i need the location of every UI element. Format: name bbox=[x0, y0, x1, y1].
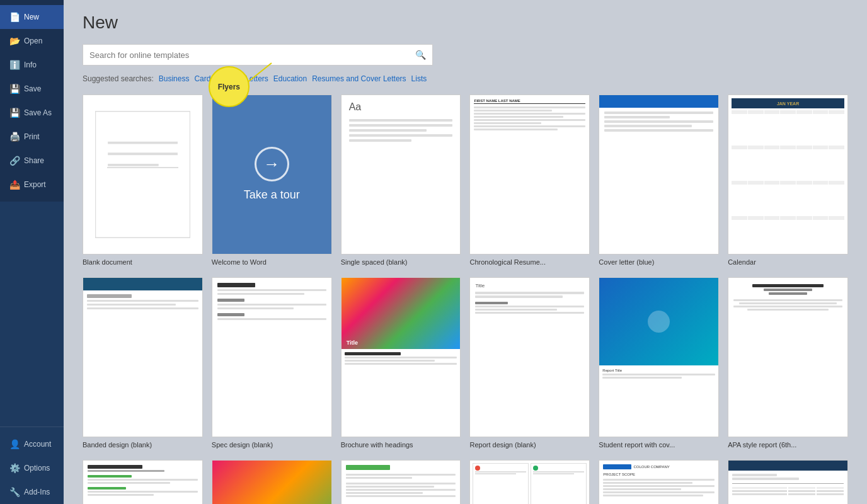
sidebar-item-label: Info bbox=[24, 60, 37, 69]
template-thumb-calendar: JAN YEAR bbox=[728, 94, 848, 255]
sidebar-item-new[interactable]: 📄 New bbox=[0, 5, 64, 29]
template-resume-color[interactable]: Resume (color) bbox=[83, 460, 203, 505]
suggested-tag-flyers[interactable]: Flyers bbox=[219, 74, 240, 83]
sidebar-item-options[interactable]: ⚙️ Options bbox=[0, 456, 64, 480]
template-student-report[interactable]: Report Title Student report with cov... bbox=[599, 277, 719, 450]
save-icon: 💾 bbox=[9, 83, 20, 94]
info-icon: ℹ️ bbox=[9, 59, 20, 71]
template-calendar[interactable]: JAN YEAR bbox=[728, 94, 848, 267]
sidebar-item-label: Account bbox=[24, 440, 51, 449]
template-thumb-return-labels bbox=[469, 460, 590, 505]
suggested-tag-resumes[interactable]: Resumes and Cover Letters bbox=[312, 74, 406, 83]
templates-grid-row3: Resume (color) Seasonal event flyer bbox=[83, 460, 848, 505]
saveas-icon: 💾 bbox=[9, 107, 20, 118]
sidebar-spacer bbox=[0, 202, 64, 427]
suggested-label: Suggested searches: bbox=[83, 74, 154, 83]
template-thumb-banded bbox=[83, 277, 203, 437]
template-label: Banded design (blank) bbox=[83, 440, 203, 449]
template-label: Calendar bbox=[728, 258, 848, 266]
template-blank-document[interactable]: Blank document bbox=[83, 94, 203, 267]
template-thumb-student-report: Report Title bbox=[599, 277, 719, 437]
template-thumb-spec bbox=[212, 277, 332, 437]
share-icon: 🔗 bbox=[9, 155, 20, 166]
suggested-tag-cards[interactable]: Cards bbox=[194, 74, 214, 83]
template-thumb-blank bbox=[83, 94, 203, 255]
template-label: Cover letter (blue) bbox=[599, 258, 719, 266]
template-apa-report[interactable]: APA style report (6th... bbox=[728, 277, 848, 450]
template-single-spaced[interactable]: Aa Single spaced (blank) bbox=[341, 94, 461, 267]
sidebar-item-label: Save As bbox=[24, 108, 52, 117]
template-label: Brochure with headings bbox=[341, 440, 461, 449]
template-invoice-timeless[interactable]: Invoice (Timeless design) bbox=[728, 460, 848, 505]
sidebar-item-label: Export bbox=[24, 180, 46, 189]
new-icon: 📄 bbox=[9, 11, 20, 23]
sidebar-item-account[interactable]: 👤 Account bbox=[0, 432, 64, 456]
sidebar-item-label: Add-Ins bbox=[24, 488, 50, 496]
template-label: APA style report (6th... bbox=[728, 440, 848, 449]
template-chronological-resume[interactable]: FIRST NAME LAST NAME Chronological Resum… bbox=[469, 94, 590, 267]
sidebar-item-share[interactable]: 🔗 Share bbox=[0, 149, 64, 173]
suggested-tag-business[interactable]: Business bbox=[159, 74, 190, 83]
open-icon: 📂 bbox=[9, 35, 20, 47]
main-content: New 🔍 Suggested searches: Business Cards… bbox=[64, 0, 867, 504]
template-welcome-to-word[interactable]: Flyers → Take a tour Welcome to Word bbox=[212, 94, 332, 267]
sidebar-item-addins[interactable]: 🔧 Add-Ins bbox=[0, 480, 64, 504]
search-icon[interactable]: 🔍 bbox=[415, 50, 426, 60]
sidebar-bottom: 👤 Account ⚙️ Options 🔧 Add-Ins bbox=[0, 427, 64, 504]
sidebar-item-open[interactable]: 📂 Open bbox=[0, 29, 64, 53]
tour-arrow-circle: → bbox=[255, 147, 289, 181]
template-thumb-project-scope: COLOUR COMPANY PROJECT SCOPE bbox=[599, 460, 719, 505]
template-seasonal-flyer[interactable]: Seasonal event flyer bbox=[212, 460, 332, 505]
template-business-letter[interactable]: Business letter (Sales... bbox=[341, 460, 461, 505]
template-label: Report design (blank) bbox=[469, 440, 590, 449]
template-thumb-apa bbox=[728, 277, 848, 437]
svg-rect-0 bbox=[95, 112, 190, 238]
sidebar: 📄 New 📂 Open ℹ️ Info 💾 Save 💾 Save As 🖨️… bbox=[0, 0, 64, 504]
page-title: New bbox=[83, 13, 848, 33]
sidebar-item-label: Print bbox=[24, 132, 40, 141]
sidebar-item-label: Save bbox=[24, 84, 41, 93]
sidebar-item-saveas[interactable]: 💾 Save As bbox=[0, 101, 64, 125]
template-thumb-business-letter bbox=[341, 460, 461, 505]
template-spec-design[interactable]: Spec design (blank) bbox=[212, 277, 332, 450]
suggested-tag-lists[interactable]: Lists bbox=[411, 74, 427, 83]
template-banded-design[interactable]: Banded design (blank) bbox=[83, 277, 203, 450]
export-icon: 📤 bbox=[9, 179, 20, 190]
sidebar-item-label: Options bbox=[24, 464, 50, 472]
tour-text: Take a tour bbox=[244, 188, 300, 202]
suggested-tag-education[interactable]: Education bbox=[273, 74, 307, 83]
template-project-scope-report[interactable]: COLOUR COMPANY PROJECT SCOPE Project sco… bbox=[599, 460, 719, 505]
account-icon: 👤 bbox=[9, 438, 20, 450]
template-label: Blank document bbox=[83, 258, 203, 266]
template-cover-letter-blue[interactable]: Cover letter (blue) bbox=[599, 94, 719, 267]
template-thumb-singlespaced: Aa bbox=[341, 94, 461, 255]
template-thumb-seasonal bbox=[212, 460, 332, 505]
template-thumb-cover bbox=[599, 94, 719, 255]
template-thumb-tour: → Take a tour bbox=[212, 94, 332, 255]
sidebar-item-export[interactable]: 📤 Export bbox=[0, 173, 64, 197]
template-thumb-resume: FIRST NAME LAST NAME bbox=[469, 94, 590, 255]
sidebar-item-label: Open bbox=[24, 37, 42, 45]
template-label: Spec design (blank) bbox=[212, 440, 332, 449]
search-input[interactable] bbox=[89, 50, 415, 60]
template-thumb-resume-color bbox=[83, 460, 203, 505]
template-report-design-blank[interactable]: Title Report design (blank) bbox=[469, 277, 590, 450]
template-thumb-invoice bbox=[728, 460, 848, 505]
template-label: Chronological Resume... bbox=[469, 258, 590, 266]
sidebar-item-print[interactable]: 🖨️ Print bbox=[0, 125, 64, 149]
template-thumb-report-blank: Title bbox=[469, 277, 590, 437]
print-icon: 🖨️ bbox=[9, 131, 20, 142]
template-label: Welcome to Word bbox=[212, 258, 332, 266]
suggested-tag-letters[interactable]: Letters bbox=[245, 74, 268, 83]
template-thumb-brochure: Title bbox=[341, 277, 461, 437]
template-return-address-labels[interactable]: Return address labels... bbox=[469, 460, 590, 505]
template-brochure-headings[interactable]: Title Brochure with headings bbox=[341, 277, 461, 450]
sidebar-item-save[interactable]: 💾 Save bbox=[0, 77, 64, 101]
sidebar-top: 📄 New 📂 Open ℹ️ Info 💾 Save 💾 Save As 🖨️… bbox=[0, 0, 64, 202]
sidebar-item-info[interactable]: ℹ️ Info bbox=[0, 53, 64, 77]
search-bar[interactable]: 🔍 bbox=[83, 44, 433, 66]
addins-icon: 🔧 bbox=[9, 486, 20, 498]
template-label: Student report with cov... bbox=[599, 440, 719, 449]
sidebar-item-label: New bbox=[24, 13, 39, 21]
templates-grid-row1: Blank document Flyers → Take bbox=[83, 94, 848, 267]
